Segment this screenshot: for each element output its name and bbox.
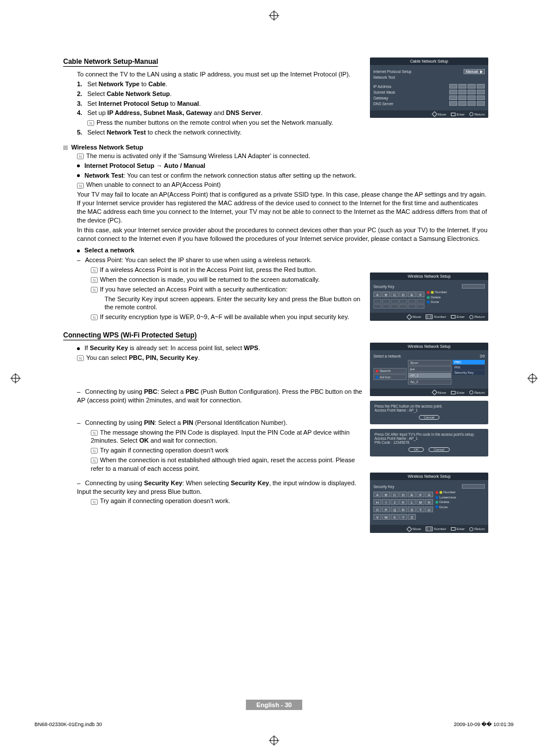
figure-select-network: Wireless Network Setup Select a network3… bbox=[370, 343, 488, 396]
note-icon: N bbox=[91, 430, 98, 436]
registration-mark-bottom bbox=[270, 736, 278, 745]
figure-security-key-1: Wireless Network Setup Security Key A B … bbox=[370, 273, 488, 321]
step-5: 5.Select Network Test to check the netwo… bbox=[77, 128, 363, 137]
note-icon: N bbox=[91, 267, 98, 273]
dpad-icon bbox=[432, 112, 438, 117]
cancel-button: Cancel bbox=[419, 415, 440, 420]
footer-left: BN68-02330K-01Eng.indb 30 bbox=[34, 722, 102, 727]
page-number: English - 30 bbox=[246, 700, 302, 710]
note-icon: N bbox=[77, 153, 84, 159]
registration-mark-right bbox=[528, 374, 537, 382]
step-3: 3.Set Internet Protocol Setup to Manual. bbox=[77, 99, 363, 108]
note-icon: N bbox=[91, 287, 98, 293]
square-bullet-icon bbox=[63, 145, 68, 150]
ips-value: Manual bbox=[464, 69, 485, 74]
note-icon: N bbox=[87, 120, 94, 126]
enter-icon bbox=[451, 113, 456, 116]
registration-mark-top bbox=[270, 11, 278, 20]
bullet-icon bbox=[77, 250, 80, 252]
figure-pbc-message: Press the PBC button on the access point… bbox=[370, 401, 488, 424]
step-4: 4.Set up IP Address, Subnet Mask, Gatewa… bbox=[77, 109, 363, 127]
note-icon: N bbox=[91, 448, 98, 454]
note-icon: N bbox=[91, 458, 98, 463]
network-test-label: Network Test bbox=[373, 75, 395, 79]
unable-paragraph-1: Your TV may fail to locate an AP(Access … bbox=[77, 190, 488, 224]
figure-security-key-2: Wireless Network Setup Security Key ABCD… bbox=[370, 473, 488, 533]
note-icon: N bbox=[91, 499, 98, 505]
ips-label: Internet Protocol Setup bbox=[373, 70, 412, 74]
menu-security-key: Security Key bbox=[453, 370, 485, 375]
arrow-right-icon bbox=[480, 70, 483, 74]
search-button: Search bbox=[373, 368, 407, 374]
cancel-button: Cancel bbox=[429, 447, 450, 452]
menu-pin: PIN bbox=[453, 365, 485, 370]
ip-boxes bbox=[449, 84, 485, 89]
menu-pbc: PBC bbox=[453, 360, 485, 364]
bullet-icon bbox=[77, 174, 80, 177]
figure-cable-setup: Cable Network Setup Internet Protocol Se… bbox=[370, 57, 488, 118]
step-2: 2.Select Cable Network Setup. bbox=[77, 90, 363, 98]
heading-cable-manual: Cable Network Setup-Manual bbox=[63, 57, 158, 67]
note-icon: N bbox=[77, 183, 84, 189]
intro-text: To connect the TV to the LAN using a sta… bbox=[77, 70, 363, 79]
heading-wireless: Wireless Network Setup bbox=[63, 144, 488, 151]
ok-button: OK bbox=[408, 447, 424, 452]
footer-right: 2009-10-09 �� 10:01:39 bbox=[454, 722, 514, 727]
adhoc-button: Ad-hoc bbox=[373, 374, 407, 380]
note-icon: N bbox=[91, 277, 98, 283]
return-icon bbox=[469, 112, 473, 116]
registration-mark-left bbox=[11, 374, 20, 382]
note-icon: N bbox=[91, 314, 98, 320]
heading-wps: Connecting WPS (Wi-Fi Protected Setup) bbox=[63, 331, 197, 340]
bullet-icon bbox=[77, 164, 80, 167]
unable-paragraph-2: In this case, ask your Internet service … bbox=[77, 226, 488, 243]
step-1: 1.Set Network Type to Cable. bbox=[77, 80, 363, 89]
key-input bbox=[462, 284, 485, 289]
figure-pin-message: Press OK After input TV's Pin code in th… bbox=[370, 429, 488, 456]
note-icon: N bbox=[77, 355, 84, 361]
